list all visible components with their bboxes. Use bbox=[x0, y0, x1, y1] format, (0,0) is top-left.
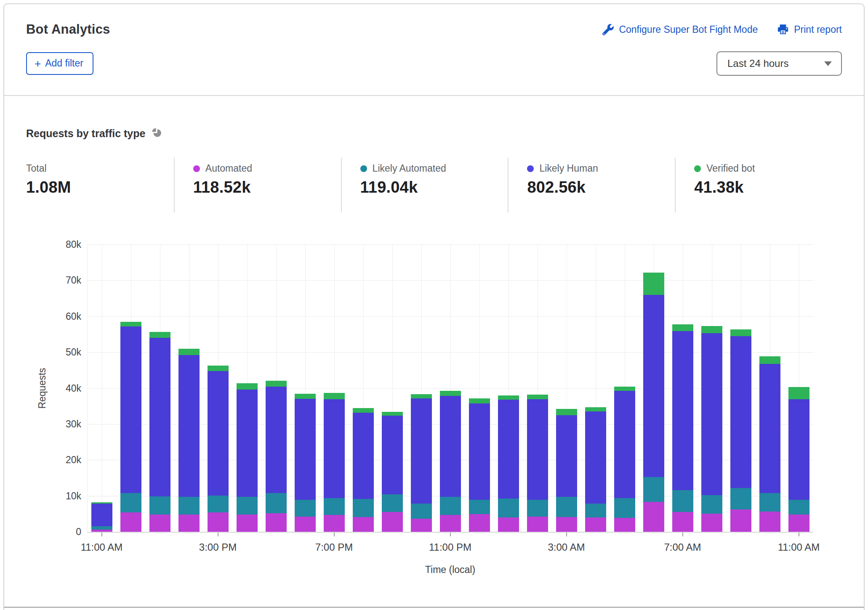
bar-segment-verified-bot[interactable] bbox=[237, 383, 258, 390]
bar-segment-automated[interactable] bbox=[91, 530, 112, 532]
bar-segment-automated[interactable] bbox=[353, 517, 374, 532]
bar-segment-likely-human[interactable] bbox=[440, 396, 461, 497]
bar-segment-verified-bot[interactable] bbox=[527, 395, 548, 399]
bar-segment-automated[interactable] bbox=[469, 514, 490, 532]
bar-segment-likely-automated[interactable] bbox=[440, 497, 461, 515]
bar-segment-likely-automated[interactable] bbox=[324, 498, 345, 515]
bar-segment-verified-bot[interactable] bbox=[295, 394, 316, 399]
bar-segment-likely-human[interactable] bbox=[353, 413, 374, 499]
bar-segment-likely-human[interactable] bbox=[208, 371, 229, 495]
bar-segment-likely-automated[interactable] bbox=[208, 496, 229, 512]
stacked-bar-18[interactable] bbox=[614, 387, 635, 532]
stacked-bar-20[interactable] bbox=[672, 324, 693, 532]
bar-segment-likely-human[interactable] bbox=[527, 399, 548, 500]
bar-segment-likely-human[interactable] bbox=[382, 416, 403, 494]
bar-segment-verified-bot[interactable] bbox=[149, 332, 170, 338]
stacked-bar-10[interactable] bbox=[382, 412, 403, 532]
bar-segment-likely-human[interactable] bbox=[701, 333, 722, 495]
bar-segment-likely-automated[interactable] bbox=[469, 500, 490, 514]
bar-segment-likely-human[interactable] bbox=[759, 364, 780, 493]
stacked-bar-11[interactable] bbox=[411, 394, 432, 532]
stacked-bar-7[interactable] bbox=[295, 394, 316, 532]
bar-segment-likely-human[interactable] bbox=[643, 295, 664, 477]
bar-segment-likely-human[interactable] bbox=[324, 399, 345, 498]
bar-segment-likely-human[interactable] bbox=[585, 411, 606, 504]
bar-segment-likely-human[interactable] bbox=[411, 398, 432, 504]
bar-segment-likely-automated[interactable] bbox=[730, 488, 751, 509]
bar-segment-likely-human[interactable] bbox=[469, 403, 490, 500]
bar-segment-likely-automated[interactable] bbox=[672, 490, 693, 512]
bar-segment-automated[interactable] bbox=[120, 512, 141, 532]
bar-segment-automated[interactable] bbox=[672, 512, 693, 532]
bar-segment-automated[interactable] bbox=[556, 517, 577, 532]
bar-segment-verified-bot[interactable] bbox=[120, 322, 141, 326]
bar-segment-likely-human[interactable] bbox=[556, 415, 577, 497]
bar-segment-automated[interactable] bbox=[149, 515, 170, 532]
bar-segment-automated[interactable] bbox=[324, 515, 345, 532]
bar-segment-verified-bot[interactable] bbox=[411, 394, 432, 398]
stacked-bar-19[interactable] bbox=[643, 273, 664, 532]
bar-segment-verified-bot[interactable] bbox=[498, 395, 519, 400]
stacked-bar-21[interactable] bbox=[701, 326, 722, 532]
bar-segment-automated[interactable] bbox=[295, 517, 316, 532]
stacked-bar-8[interactable] bbox=[324, 393, 345, 532]
bar-segment-likely-automated[interactable] bbox=[585, 504, 606, 517]
bar-segment-likely-human[interactable] bbox=[498, 400, 519, 499]
bar-segment-likely-automated[interactable] bbox=[701, 495, 722, 514]
bar-segment-verified-bot[interactable] bbox=[701, 326, 722, 333]
bar-segment-likely-human[interactable] bbox=[266, 387, 287, 493]
bar-segment-automated[interactable] bbox=[208, 512, 229, 532]
stacked-bar-1[interactable] bbox=[120, 322, 141, 532]
bar-segment-likely-automated[interactable] bbox=[266, 493, 287, 513]
bar-segment-likely-human[interactable] bbox=[295, 399, 316, 500]
bar-segment-verified-bot[interactable] bbox=[382, 412, 403, 416]
bar-segment-likely-human[interactable] bbox=[149, 338, 170, 496]
bar-segment-likely-automated[interactable] bbox=[759, 493, 780, 512]
bar-segment-likely-automated[interactable] bbox=[556, 497, 577, 517]
bar-segment-likely-human[interactable] bbox=[730, 336, 751, 488]
bar-segment-verified-bot[interactable] bbox=[178, 349, 200, 355]
bar-segment-likely-human[interactable] bbox=[672, 331, 693, 490]
bar-segment-automated[interactable] bbox=[730, 509, 751, 532]
bar-segment-verified-bot[interactable] bbox=[556, 409, 577, 415]
bar-segment-likely-automated[interactable] bbox=[149, 496, 170, 515]
bar-segment-verified-bot[interactable] bbox=[614, 387, 635, 391]
stacked-bar-24[interactable] bbox=[788, 387, 809, 532]
bar-segment-likely-automated[interactable] bbox=[295, 500, 316, 517]
bar-segment-likely-automated[interactable] bbox=[178, 497, 200, 515]
bar-segment-likely-automated[interactable] bbox=[382, 494, 403, 512]
bar-segment-automated[interactable] bbox=[585, 517, 606, 532]
bar-segment-automated[interactable] bbox=[411, 519, 432, 532]
bar-segment-verified-bot[interactable] bbox=[643, 273, 664, 295]
bar-segment-likely-automated[interactable] bbox=[788, 500, 809, 515]
bar-segment-automated[interactable] bbox=[788, 515, 809, 532]
bar-segment-likely-automated[interactable] bbox=[353, 499, 374, 517]
bar-segment-likely-automated[interactable] bbox=[91, 526, 112, 530]
add-filter-button[interactable]: + Add filter bbox=[26, 52, 93, 75]
bar-segment-automated[interactable] bbox=[701, 514, 722, 532]
stacked-bar-13[interactable] bbox=[469, 398, 490, 532]
bar-segment-likely-human[interactable] bbox=[614, 391, 635, 498]
bar-segment-verified-bot[interactable] bbox=[440, 391, 461, 396]
time-range-select[interactable]: Last 24 hours bbox=[716, 51, 842, 76]
stacked-bar-6[interactable] bbox=[266, 381, 287, 532]
bar-segment-verified-bot[interactable] bbox=[759, 356, 780, 364]
bar-segment-automated[interactable] bbox=[614, 518, 635, 532]
bar-segment-automated[interactable] bbox=[527, 517, 548, 532]
print-report-link[interactable]: Print report bbox=[777, 24, 842, 35]
stacked-bar-3[interactable] bbox=[178, 349, 200, 532]
stacked-bar-2[interactable] bbox=[149, 332, 170, 532]
bar-segment-likely-human[interactable] bbox=[788, 399, 809, 500]
bar-segment-likely-human[interactable] bbox=[120, 326, 141, 493]
bar-segment-likely-automated[interactable] bbox=[527, 500, 548, 517]
bar-segment-verified-bot[interactable] bbox=[585, 407, 606, 411]
bar-segment-likely-automated[interactable] bbox=[643, 477, 664, 502]
bar-segment-automated[interactable] bbox=[178, 515, 200, 532]
stacked-bar-5[interactable] bbox=[237, 383, 258, 532]
bar-segment-likely-human[interactable] bbox=[91, 504, 112, 527]
stacked-bar-0[interactable] bbox=[91, 502, 112, 532]
stacked-bar-15[interactable] bbox=[527, 395, 548, 532]
bar-segment-automated[interactable] bbox=[382, 512, 403, 532]
stacked-bar-22[interactable] bbox=[730, 329, 751, 532]
bar-segment-verified-bot[interactable] bbox=[266, 381, 287, 387]
